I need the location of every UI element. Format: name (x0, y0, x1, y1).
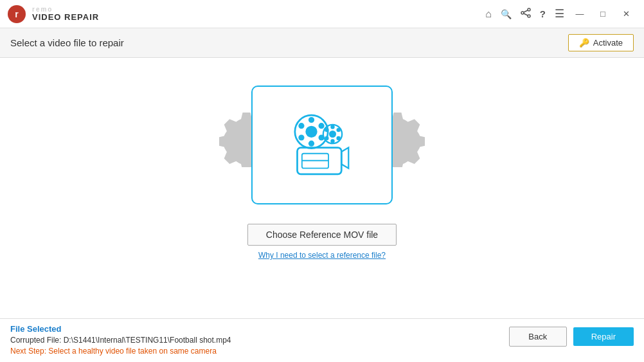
main-content: Choose Reference MOV file Why I need to … (0, 58, 644, 318)
back-button[interactable]: Back (509, 327, 567, 347)
maximize-button[interactable]: □ (591, 5, 614, 23)
home-icon[interactable]: ⌂ (485, 8, 492, 20)
svg-point-24 (336, 136, 340, 140)
svg-point-13 (298, 123, 304, 129)
bottom-bar: File Selected Corrupted File: D:\S1441\I… (0, 318, 644, 362)
file-selected-label: File Selected (10, 324, 231, 334)
logo-area: r remo VIDEO REPAIR (6, 4, 99, 24)
repair-button[interactable]: Repair (573, 327, 634, 346)
svg-line-6 (524, 14, 528, 15)
menu-icon[interactable]: ☰ (555, 7, 564, 21)
svg-point-21 (325, 128, 328, 132)
window-controls: — □ ✕ (568, 5, 638, 23)
app-logo-icon: r (6, 4, 27, 24)
svg-text:r: r (15, 9, 19, 19)
logo-video-repair: VIDEO REPAIR (32, 13, 99, 22)
file-info: File Selected Corrupted File: D:\S1441\I… (10, 324, 231, 356)
activate-label: Activate (593, 38, 623, 48)
toolbar: Select a video file to repair 🔑 Activate (0, 28, 644, 58)
next-step-text: Next Step: Select a healthy video file t… (10, 347, 231, 356)
title-bar: r remo VIDEO REPAIR ⌂ 🔍 ? ☰ — (0, 0, 644, 28)
svg-marker-28 (341, 148, 348, 168)
svg-point-11 (309, 117, 314, 123)
camera-icon (280, 109, 364, 180)
svg-point-20 (330, 139, 334, 143)
close-button[interactable]: ✕ (614, 5, 638, 23)
choose-reference-button[interactable]: Choose Reference MOV file (247, 224, 397, 246)
svg-point-14 (298, 134, 304, 140)
toolbar-icons: ⌂ 🔍 ? ☰ (485, 7, 564, 21)
svg-point-18 (329, 131, 336, 138)
illustration-area (200, 77, 444, 212)
activate-button[interactable]: 🔑 Activate (568, 34, 634, 51)
action-buttons: Back Repair (509, 324, 634, 347)
help-icon[interactable]: ? (540, 8, 546, 19)
app-name: remo VIDEO REPAIR (32, 6, 99, 22)
svg-point-23 (336, 128, 340, 132)
corrupted-file-text: Corrupted File: D:\S1441\Internal\TESTIN… (10, 336, 231, 345)
svg-point-19 (330, 125, 334, 129)
why-reference-link[interactable]: Why I need to select a reference file? (258, 251, 386, 260)
svg-point-10 (305, 126, 317, 138)
button-area: Choose Reference MOV file Why I need to … (247, 224, 397, 260)
svg-point-2 (528, 8, 530, 11)
minimize-button[interactable]: — (568, 5, 591, 23)
svg-point-15 (319, 123, 325, 129)
share-icon[interactable] (521, 8, 531, 21)
svg-line-5 (524, 10, 528, 12)
svg-point-22 (325, 136, 328, 140)
page-title: Select a video file to repair (10, 37, 124, 48)
key-icon: 🔑 (579, 38, 589, 48)
video-box (251, 86, 393, 204)
svg-point-3 (521, 12, 524, 14)
svg-point-12 (309, 141, 314, 147)
svg-point-4 (528, 15, 530, 17)
search-icon[interactable]: 🔍 (501, 9, 512, 19)
